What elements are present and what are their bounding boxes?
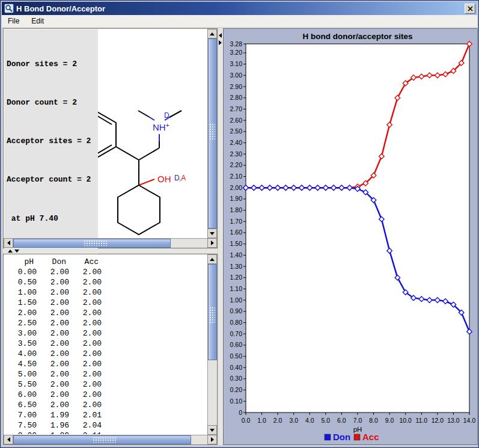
table-cell: 2.00: [69, 369, 102, 379]
table-cell: 2.00: [69, 349, 102, 359]
table-cell: 2.00: [69, 390, 102, 400]
y-tick-label: 3.20: [230, 49, 243, 56]
splitter-collapse-up-icon[interactable]: [8, 250, 13, 253]
molecule-horizontal-scrollbar[interactable]: [4, 238, 217, 248]
content-area: A O NH+ D. OH D ,A Donor sites = 2 Donor…: [2, 28, 477, 446]
x-tick-label: 13.0: [447, 417, 460, 424]
y-tick-label: 1.20: [230, 274, 243, 281]
table-cell: 0.50: [4, 277, 37, 287]
y-tick-label: 1.80: [230, 206, 243, 213]
app-window: H Bond Donor/Acceptor File Edit: [0, 0, 479, 448]
summary-line: Acceptor count = 2: [7, 173, 91, 186]
arrow-right-icon: [211, 241, 214, 245]
horizontal-splitter[interactable]: [3, 249, 218, 253]
table-cell: 2.00: [69, 400, 102, 410]
x-tick-label: 7.0: [353, 417, 362, 424]
table-row: 5.502.002.00: [4, 379, 207, 390]
table-cell: 4.50: [4, 359, 37, 369]
table-cell: 2.00: [37, 287, 69, 298]
legend-label-acc: Acc: [362, 432, 379, 442]
table-cell: 8.00: [4, 431, 37, 434]
scrollbar-thumb[interactable]: [208, 38, 217, 229]
table-row: 4.002.002.00: [4, 349, 207, 359]
arrow-left-icon: [7, 241, 10, 245]
table-cell: 2.50: [4, 318, 37, 328]
table-cell: 2.00: [37, 390, 69, 400]
table-cell: 2.00: [37, 318, 69, 328]
summary-line: at pH 7.40: [7, 212, 91, 225]
table-cell: 2.00: [69, 328, 102, 339]
scroll-up-button[interactable]: [207, 29, 217, 38]
x-tick-label: 1.0: [257, 417, 266, 424]
x-tick-label: 3.0: [289, 417, 298, 424]
menu-file[interactable]: File: [2, 15, 25, 27]
table-cell: 2.00: [37, 339, 69, 349]
scroll-right-button[interactable]: [207, 238, 217, 248]
y-tick-label: 0.90: [230, 307, 243, 315]
arrow-down-icon: [210, 429, 215, 432]
scroll-down-button[interactable]: [207, 229, 217, 238]
vertical-splitter[interactable]: [218, 28, 223, 445]
legend-label-don: Don: [333, 432, 350, 442]
y-tick-label: 2.00: [230, 184, 243, 191]
table-cell: 3.50: [4, 339, 37, 349]
y-tick-label: 0.40: [230, 364, 243, 371]
y-tick-label: 0.70: [230, 330, 243, 337]
table-cell: 2.00: [69, 308, 102, 318]
hbond-summary: Donor sites = 2 Donor count = 2 Acceptor…: [4, 29, 98, 254]
table-row: 4.502.002.00: [4, 359, 207, 369]
scrollbar-thumb[interactable]: [208, 264, 217, 360]
table-row: 2.002.002.00: [4, 308, 207, 318]
table-cell: 2.00: [37, 400, 69, 410]
menu-bar: File Edit: [2, 15, 477, 28]
y-tick-label: 2.80: [230, 94, 243, 101]
y-tick-label: 2.20: [230, 161, 243, 168]
y-tick-label: 1.40: [230, 251, 243, 259]
scroll-left-button[interactable]: [4, 238, 13, 248]
scrollbar-thumb[interactable]: [13, 435, 191, 444]
app-magnifier-icon: [4, 4, 14, 13]
table-cell: 2.00: [69, 277, 102, 287]
molecule-panel: A O NH+ D. OH D ,A Donor sites = 2 Donor…: [3, 28, 218, 248]
scroll-up-button[interactable]: [207, 254, 217, 264]
molecule-vertical-scrollbar[interactable]: [207, 29, 217, 238]
table-cell: 5.50: [4, 379, 37, 390]
scroll-left-button[interactable]: [4, 435, 13, 444]
table-cell: 2.00: [37, 359, 69, 369]
table-cell: 1.99: [37, 410, 69, 420]
y-tick-label: 0.50: [230, 352, 243, 360]
table-row: 5.002.002.00: [4, 369, 207, 379]
table-horizontal-scrollbar[interactable]: [4, 435, 217, 444]
x-tick-label: 6.0: [337, 417, 346, 424]
close-button[interactable]: [465, 4, 475, 14]
y-tick-label: 2.90: [230, 83, 243, 90]
scrollbar-thumb[interactable]: [13, 239, 171, 248]
table-cell: 2.00: [69, 287, 102, 298]
x-tick-label: 0.0: [242, 417, 251, 424]
window-title: H Bond Donor/Acceptor: [16, 4, 465, 13]
x-tick-label: 4.0: [305, 417, 314, 424]
summary-line: Donor count = 2: [7, 96, 91, 109]
splitter-collapse-left-icon[interactable]: [219, 33, 222, 38]
table-cell: 2.00: [69, 267, 102, 277]
table-vertical-scrollbar[interactable]: [207, 254, 217, 435]
y-tick-label: 2.50: [230, 127, 243, 135]
splitter-collapse-right-icon[interactable]: [219, 40, 222, 45]
summary-line: Donor sites = 2: [7, 58, 91, 70]
scroll-right-button[interactable]: [207, 435, 217, 444]
table-cell: 7.00: [4, 410, 37, 420]
close-icon: [468, 6, 473, 11]
scroll-down-button[interactable]: [207, 425, 217, 435]
table-cell: 5.00: [4, 369, 37, 379]
arrow-up-icon: [210, 32, 215, 35]
table-cell: 2.00: [37, 267, 69, 277]
legend-swatch-acc: [354, 434, 360, 440]
title-bar[interactable]: H Bond Donor/Acceptor: [2, 2, 477, 15]
table-cell: 0.00: [4, 267, 37, 277]
hbond-chart: H bond donor/acceptor sites00.100.200.30…: [224, 29, 477, 444]
x-tick-label: 14.0: [463, 417, 476, 424]
table-cell: Acc: [69, 257, 102, 267]
splitter-collapse-down-icon[interactable]: [14, 250, 19, 253]
menu-edit[interactable]: Edit: [25, 15, 50, 27]
table-cell: 2.01: [69, 410, 102, 420]
